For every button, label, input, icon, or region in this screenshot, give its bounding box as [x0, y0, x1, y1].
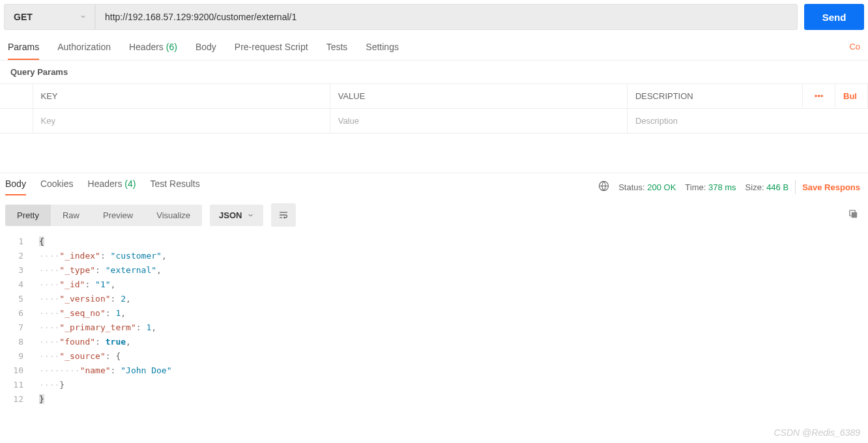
line-number: 9: [0, 349, 39, 364]
code-content: ····"_id": "1",: [39, 278, 115, 292]
line-number: 11: [0, 378, 39, 392]
code-line: 6····"_seq_no": 1,: [0, 306, 868, 321]
params-row-empty: [0, 109, 868, 134]
code-content: ····"_primary_term": 1,: [39, 321, 156, 335]
http-method-select[interactable]: GET: [4, 4, 95, 30]
resp-tab-headers[interactable]: Headers (4): [88, 179, 136, 195]
line-number: 4: [0, 278, 39, 292]
tab-tests[interactable]: Tests: [326, 42, 348, 60]
watermark: CSDN @Redis_6389: [774, 427, 861, 438]
query-params-table: KEY VALUE DESCRIPTION ••• Bul: [0, 83, 868, 134]
line-number: 1: [0, 235, 39, 249]
send-button[interactable]: Send: [804, 4, 864, 30]
status-group: Status: 200 OK: [618, 182, 676, 192]
params-col-desc: DESCRIPTION: [627, 84, 802, 109]
code-content: ····"_index": "customer",: [39, 249, 167, 263]
tab-params[interactable]: Params: [8, 42, 39, 60]
status-value: 200 OK: [647, 182, 676, 192]
resp-tab-headers-count: (4): [124, 179, 136, 189]
chevron-down-icon: [80, 12, 87, 22]
svg-rect-4: [852, 212, 858, 218]
code-content: {: [39, 235, 44, 249]
params-col-check: [0, 84, 33, 109]
param-desc-input[interactable]: [635, 116, 860, 126]
params-col-value: VALUE: [330, 84, 627, 109]
line-number: 10: [0, 364, 39, 378]
code-line: 7····"_primary_term": 1,: [0, 321, 868, 335]
view-mode-group: Pretty Raw Preview Visualize: [5, 205, 202, 226]
response-body[interactable]: 1{2····"_index": "customer",3····"_type"…: [0, 235, 868, 407]
copy-icon: [848, 208, 859, 220]
code-line: 9····"_source": {: [0, 349, 868, 364]
tab-headers[interactable]: Headers (6): [129, 42, 177, 60]
resp-tab-headers-label: Headers: [88, 179, 123, 189]
code-content: }: [39, 392, 44, 407]
code-content: ····"_type": "external",: [39, 263, 162, 278]
line-number: 7: [0, 321, 39, 335]
line-number: 12: [0, 392, 39, 407]
line-number: 3: [0, 263, 39, 278]
time-value: 378 ms: [708, 182, 736, 192]
resp-tab-cookies[interactable]: Cookies: [40, 179, 74, 195]
body-format-value: JSON: [219, 210, 242, 220]
resp-tab-body[interactable]: Body: [5, 179, 26, 195]
code-content: ····"_version": 2,: [39, 292, 131, 306]
url-input[interactable]: [95, 4, 798, 30]
tab-settings[interactable]: Settings: [366, 42, 399, 60]
code-line: 1{: [0, 235, 868, 249]
code-line: 8····"found": true,: [0, 335, 868, 349]
chevron-down-icon: [247, 212, 254, 219]
http-method-value: GET: [14, 12, 33, 22]
code-line: 2····"_index": "customer",: [0, 249, 868, 263]
view-visualize[interactable]: Visualize: [145, 205, 202, 226]
resp-tab-testresults[interactable]: Test Results: [150, 179, 199, 195]
save-response-button[interactable]: Save Respons: [802, 182, 860, 192]
code-line: 10········"name": "John Doe": [0, 364, 868, 378]
param-value-input[interactable]: [338, 116, 619, 126]
param-key-input[interactable]: [41, 116, 322, 126]
tab-prerequest[interactable]: Pre-request Script: [235, 42, 308, 60]
query-params-title: Query Params: [0, 61, 868, 83]
size-value: 446 B: [766, 182, 788, 192]
code-content: ····"_source": {: [39, 349, 121, 364]
globe-icon[interactable]: [598, 180, 609, 193]
code-content: ····}: [39, 378, 65, 392]
params-more-button[interactable]: •••: [803, 84, 835, 109]
view-pretty[interactable]: Pretty: [5, 205, 51, 226]
wrap-lines-button[interactable]: [271, 203, 296, 227]
code-line: 5····"_version": 2,: [0, 292, 868, 306]
line-number: 8: [0, 335, 39, 349]
code-line: 12}: [0, 392, 868, 407]
code-line: 4····"_id": "1",: [0, 278, 868, 292]
line-number: 6: [0, 306, 39, 321]
line-number: 2: [0, 249, 39, 263]
code-line: 11····}: [0, 378, 868, 392]
code-content: ····"found": true,: [39, 335, 131, 349]
view-raw[interactable]: Raw: [51, 205, 91, 226]
tab-headers-count: (6): [166, 42, 177, 52]
params-col-key: KEY: [33, 84, 330, 109]
tab-body[interactable]: Body: [195, 42, 216, 60]
code-content: ····"_seq_no": 1,: [39, 306, 126, 321]
size-group: Size: 446 B: [745, 182, 789, 192]
divider: [795, 180, 796, 194]
line-number: 5: [0, 292, 39, 306]
code-content: ········"name": "John Doe": [39, 364, 172, 378]
view-preview[interactable]: Preview: [91, 205, 145, 226]
params-bulk-edit[interactable]: Bul: [835, 84, 868, 109]
tab-authorization[interactable]: Authorization: [57, 42, 111, 60]
copy-response-button[interactable]: [848, 208, 859, 222]
code-line: 3····"_type": "external",: [0, 263, 868, 278]
body-format-select[interactable]: JSON: [210, 205, 263, 226]
code-link[interactable]: Co: [849, 42, 860, 60]
tab-headers-label: Headers: [129, 42, 164, 52]
wrap-icon: [278, 210, 289, 220]
time-group: Time: 378 ms: [685, 182, 736, 192]
